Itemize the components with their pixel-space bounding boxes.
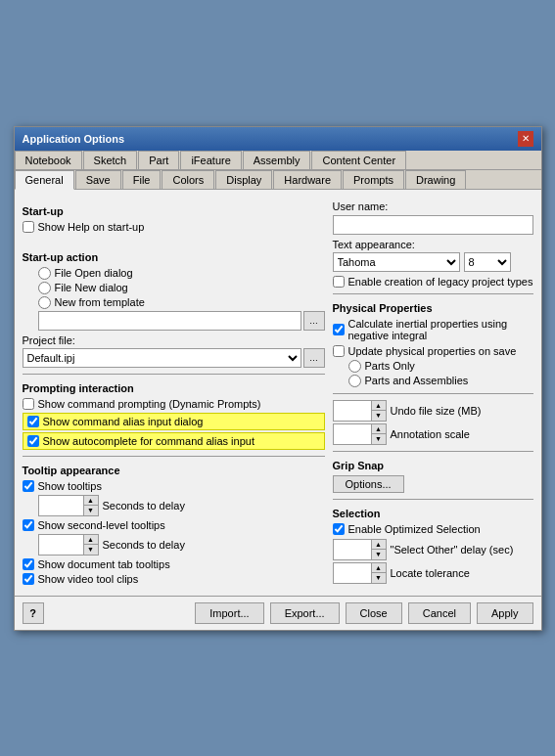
enable-optimized-row: Enable Optimized Selection xyxy=(333,523,533,535)
file-new-radio[interactable] xyxy=(38,282,51,294)
tab-save[interactable]: Save xyxy=(75,170,121,189)
show-command-prompting-row: Show command prompting (Dynamic Prompts) xyxy=(23,398,325,410)
tab-row-1: Notebook Sketch Part iFeature Assembly C… xyxy=(15,151,541,170)
locate-up[interactable]: ▲ xyxy=(372,563,386,573)
file-open-row: File Open dialog xyxy=(38,267,325,280)
project-file-select[interactable]: Default.ipj xyxy=(23,348,301,368)
locate-tolerance-row: 5 ▲ ▼ Locate tolerance xyxy=(333,562,533,584)
tab-sketch[interactable]: Sketch xyxy=(83,151,138,169)
select-other-input[interactable]: 0.6 xyxy=(334,540,371,559)
font-select[interactable]: Tahoma xyxy=(333,252,460,272)
annotation-spinbox: 1 ▲ ▼ xyxy=(333,423,387,445)
tab-general[interactable]: General xyxy=(15,170,74,190)
undo-file-size-row: 1024 ▲ ▼ Undo file size (MB) xyxy=(333,400,533,422)
project-file-browse-button[interactable]: … xyxy=(303,348,325,368)
parts-only-label: Parts Only xyxy=(365,360,415,372)
project-file-row: Default.ipj … xyxy=(23,348,325,368)
show-autocomplete-row: Show autocomplete for command alias inpu… xyxy=(23,432,325,450)
update-physical-checkbox[interactable] xyxy=(333,345,345,357)
tab-drawing[interactable]: Drawing xyxy=(405,170,466,189)
export-button[interactable]: Export... xyxy=(270,602,340,624)
calculate-inertial-checkbox[interactable] xyxy=(333,324,345,335)
show-autocomplete-checkbox[interactable] xyxy=(27,435,39,447)
show-tooltips-checkbox[interactable] xyxy=(23,480,34,492)
show-command-prompting-label: Show command prompting (Dynamic Prompts) xyxy=(38,398,261,410)
grip-snap-label: Grip Snap xyxy=(333,460,533,471)
tab-part[interactable]: Part xyxy=(138,151,179,169)
show-video-checkbox[interactable] xyxy=(23,573,34,585)
calculate-inertial-label: Calculate inertial properties using nega… xyxy=(348,318,533,341)
file-new-row: File New dialog xyxy=(38,282,325,294)
enable-legacy-checkbox[interactable] xyxy=(333,276,345,288)
dialog-body: Start-up Show Help on start-up Start-up … xyxy=(15,190,541,596)
show-second-level-checkbox[interactable] xyxy=(23,519,34,531)
user-name-input[interactable]: SJW xyxy=(333,215,533,235)
left-panel: Start-up Show Help on start-up Start-up … xyxy=(23,198,325,588)
undo-input[interactable]: 1024 xyxy=(334,401,371,421)
enable-optimized-checkbox[interactable] xyxy=(333,523,345,535)
tab-content-center[interactable]: Content Center xyxy=(311,151,406,169)
select-other-spinbox: 0.6 ▲ ▼ xyxy=(333,539,387,560)
text-appearance-label: Text appearance: xyxy=(333,239,533,250)
show-command-prompting-checkbox[interactable] xyxy=(23,398,34,410)
grip-snap-options-button[interactable]: Options... xyxy=(333,475,404,493)
annotation-up[interactable]: ▲ xyxy=(372,424,386,434)
font-size-select[interactable]: 8 xyxy=(464,252,511,272)
tab-display[interactable]: Display xyxy=(215,170,272,189)
parts-only-radio[interactable] xyxy=(348,360,361,373)
seconds-delay1-down[interactable]: ▼ xyxy=(84,506,98,515)
tab-colors[interactable]: Colors xyxy=(162,170,214,189)
undo-up[interactable]: ▲ xyxy=(372,401,386,411)
user-name-row: User name: xyxy=(333,200,533,212)
close-dialog-button[interactable]: Close xyxy=(346,602,402,624)
parts-assemblies-radio[interactable] xyxy=(348,375,361,387)
template-browse-button[interactable]: … xyxy=(303,311,325,331)
annotation-label: Annotation scale xyxy=(391,428,470,440)
show-command-alias-checkbox[interactable] xyxy=(27,416,39,427)
help-button[interactable]: ? xyxy=(23,602,44,624)
show-autocomplete-label: Show autocomplete for command alias inpu… xyxy=(43,435,254,447)
apply-button[interactable]: Apply xyxy=(477,602,533,624)
template-path-row: %PUBLICDOCUMENTS%\Autodesk\Inv … xyxy=(38,311,325,331)
tab-notebook[interactable]: Notebook xyxy=(15,151,82,169)
seconds-delay1-row: 1.0 ▲ ▼ Seconds to delay xyxy=(38,495,325,516)
locate-input[interactable]: 5 xyxy=(334,563,371,583)
new-from-template-radio[interactable] xyxy=(38,296,51,309)
show-doc-tab-checkbox[interactable] xyxy=(23,558,34,570)
cancel-button[interactable]: Cancel xyxy=(408,602,471,624)
show-help-label: Show Help on start-up xyxy=(38,221,145,233)
tab-row-2: General Save File Colors Display Hardwar… xyxy=(15,170,541,190)
tab-hardware[interactable]: Hardware xyxy=(273,170,342,189)
annotation-down[interactable]: ▼ xyxy=(372,434,386,444)
seconds-delay2-label: Seconds to delay xyxy=(103,539,185,551)
select-other-up[interactable]: ▲ xyxy=(372,540,386,550)
import-button[interactable]: Import... xyxy=(195,602,263,624)
tab-assembly[interactable]: Assembly xyxy=(243,151,311,169)
file-open-radio[interactable] xyxy=(38,267,51,280)
project-file-label: Project file: xyxy=(23,334,325,346)
seconds-delay1-input[interactable]: 1.0 xyxy=(39,496,83,515)
text-appearance-text: Text appearance: xyxy=(333,239,415,250)
dialog-title: Application Options xyxy=(23,133,125,145)
show-tooltips-row: Show tooltips xyxy=(23,480,325,492)
right-separator3 xyxy=(333,451,533,452)
template-path-input[interactable]: %PUBLICDOCUMENTS%\Autodesk\Inv xyxy=(38,311,301,331)
close-button[interactable]: ✕ xyxy=(518,131,533,147)
show-help-checkbox[interactable] xyxy=(23,221,34,233)
seconds-delay2-row: 1.0 ▲ ▼ Seconds to delay xyxy=(38,534,325,556)
tab-prompts[interactable]: Prompts xyxy=(343,170,404,189)
tab-ifeature[interactable]: iFeature xyxy=(180,151,241,169)
dialog-footer: ? Import... Export... Close Cancel Apply xyxy=(15,596,541,630)
annotation-input[interactable]: 1 xyxy=(334,424,371,444)
select-other-down[interactable]: ▼ xyxy=(372,550,386,559)
seconds-delay2-input[interactable]: 1.0 xyxy=(39,535,83,555)
enable-legacy-label: Enable creation of legacy project types xyxy=(348,276,533,288)
tab-file[interactable]: File xyxy=(122,170,162,189)
undo-down[interactable]: ▼ xyxy=(372,411,386,421)
locate-down[interactable]: ▼ xyxy=(372,573,386,583)
seconds-delay2-down[interactable]: ▼ xyxy=(84,545,98,555)
show-second-level-label: Show second-level tooltips xyxy=(38,519,165,531)
seconds-delay1-up[interactable]: ▲ xyxy=(84,496,98,506)
separator1 xyxy=(23,374,325,375)
seconds-delay2-up[interactable]: ▲ xyxy=(84,535,98,545)
